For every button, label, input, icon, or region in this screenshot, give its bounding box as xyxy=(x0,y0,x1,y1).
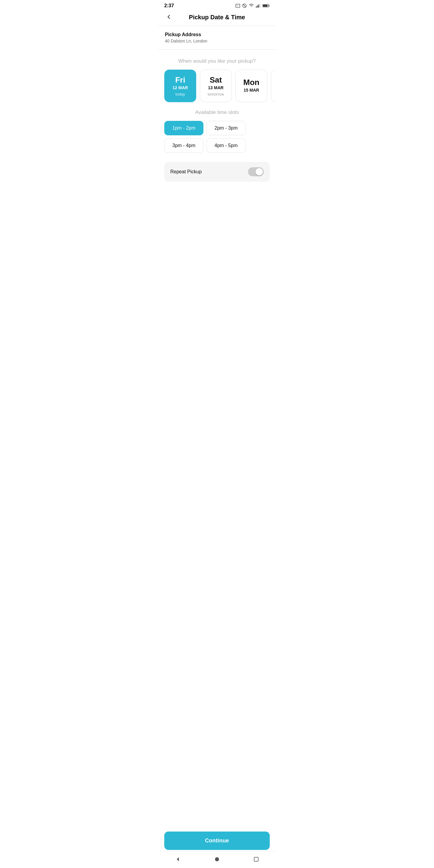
svg-marker-10 xyxy=(177,857,179,861)
page-title: Pickup Date & Time xyxy=(189,14,245,21)
repeat-pickup-label: Repeat Pickup xyxy=(170,169,202,175)
slot-button-4pm-5pm[interactable]: 4pm - 5pm xyxy=(207,138,246,153)
pickup-address-label: Pickup Address xyxy=(165,32,269,37)
date-card-fri-day: Fri xyxy=(175,75,185,85)
svg-rect-3 xyxy=(256,6,256,8)
svg-rect-9 xyxy=(263,5,267,7)
date-card-tue[interactable]: Tue 16 MAR xyxy=(271,70,276,102)
status-time: 2:37 xyxy=(164,3,174,8)
date-card-sat[interactable]: Sat 13 MAR tomorrow xyxy=(200,70,232,102)
svg-rect-4 xyxy=(257,5,258,7)
slots-title: Available time slots xyxy=(164,110,270,116)
wifi-icon xyxy=(249,4,254,8)
slots-grid: 1pm - 2pm 2pm - 3pm 3pm - 4pm 4pm - 5pm xyxy=(164,121,270,153)
toggle-thumb xyxy=(255,168,263,176)
nav-recent-button[interactable] xyxy=(251,854,261,866)
svg-rect-6 xyxy=(259,4,260,8)
date-card-mon[interactable]: Mon 15 MAR xyxy=(236,70,267,102)
status-icons xyxy=(236,3,270,8)
spacer xyxy=(158,188,276,224)
nav-back-icon xyxy=(175,856,181,862)
nav-home-button[interactable] xyxy=(212,854,222,866)
battery-icon xyxy=(262,4,270,8)
back-arrow-icon xyxy=(165,13,172,20)
date-card-fri-sublabel: today xyxy=(176,92,185,96)
nav-back-button[interactable] xyxy=(173,854,183,866)
date-card-sat-sublabel: tomorrow xyxy=(208,92,224,96)
no-track-icon xyxy=(242,3,247,8)
bottom-nav xyxy=(158,851,276,868)
date-card-fri-date: 12 MAR xyxy=(173,85,188,90)
back-button[interactable] xyxy=(164,12,173,22)
toggle-track xyxy=(248,167,264,176)
status-bar: 2:37 xyxy=(158,0,276,10)
signal-icon xyxy=(256,4,261,8)
slot-button-3pm-4pm[interactable]: 3pm - 4pm xyxy=(164,138,204,153)
svg-rect-8 xyxy=(269,5,270,6)
svg-point-11 xyxy=(215,857,219,861)
date-cards-container: Fri 12 MAR today Sat 13 MAR tomorrow Mon… xyxy=(158,70,276,110)
date-card-sat-day: Sat xyxy=(210,75,222,85)
repeat-pickup-section: Repeat Pickup xyxy=(164,162,270,182)
nav-recent-icon xyxy=(253,856,259,862)
date-card-sat-date: 13 MAR xyxy=(208,85,223,90)
header: Pickup Date & Time xyxy=(158,10,276,26)
slot-button-1pm-2pm[interactable]: 1pm - 2pm xyxy=(164,121,204,135)
date-card-fri[interactable]: Fri 12 MAR today xyxy=(164,70,196,102)
svg-rect-12 xyxy=(254,857,258,861)
svg-line-2 xyxy=(243,4,246,7)
date-card-mon-day: Mon xyxy=(243,78,259,87)
pickup-question: When would you like your pickup? xyxy=(158,50,276,70)
svg-rect-5 xyxy=(258,4,259,7)
sim-icon xyxy=(236,3,240,8)
date-card-mon-date: 15 MAR xyxy=(244,88,259,93)
pickup-address-value: 40 Dalston Ln, London xyxy=(165,38,269,43)
pickup-address-section: Pickup Address 40 Dalston Ln, London xyxy=(158,26,276,50)
repeat-pickup-toggle[interactable] xyxy=(248,167,264,176)
slot-button-2pm-3pm[interactable]: 2pm - 3pm xyxy=(207,121,246,135)
slots-section: Available time slots 1pm - 2pm 2pm - 3pm… xyxy=(158,110,276,159)
continue-button-container: Continue xyxy=(164,832,270,850)
svg-rect-0 xyxy=(237,5,238,6)
nav-home-icon xyxy=(214,856,220,862)
continue-button[interactable]: Continue xyxy=(164,832,270,850)
